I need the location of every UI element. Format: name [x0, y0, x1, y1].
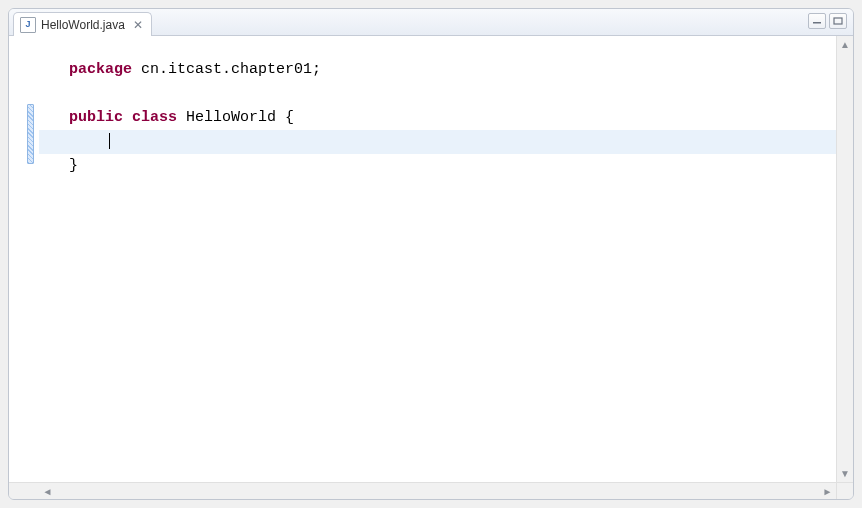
tab-filename: HelloWorld.java: [41, 18, 125, 32]
editor-tab[interactable]: J HelloWorld.java ✕: [13, 12, 152, 36]
code-area[interactable]: package cn.itcast.chapter01; public clas…: [39, 36, 836, 482]
change-marker: [27, 104, 34, 164]
code-line: package cn.itcast.chapter01;: [39, 58, 836, 82]
scroll-down-arrow-icon[interactable]: ▼: [837, 465, 853, 482]
minimize-view-button[interactable]: [808, 13, 826, 29]
vertical-scrollbar[interactable]: ▲ ▼: [836, 36, 853, 482]
keyword-public: public: [69, 109, 123, 126]
scroll-left-arrow-icon[interactable]: ◄: [39, 483, 56, 500]
package-name: cn.itcast.chapter01;: [132, 61, 321, 78]
class-name: HelloWorld: [186, 109, 276, 126]
scroll-right-arrow-icon[interactable]: ►: [819, 483, 836, 500]
scrollbar-spacer: [9, 483, 39, 499]
brace-close: }: [69, 157, 78, 174]
brace-open: {: [276, 109, 294, 126]
keyword-class: class: [132, 109, 177, 126]
horizontal-scrollbar[interactable]: ◄ ►: [9, 482, 836, 499]
editor-body: package cn.itcast.chapter01; public clas…: [9, 36, 853, 482]
code-line-blank: [39, 82, 836, 106]
close-tab-icon[interactable]: ✕: [130, 19, 143, 31]
scrollbar-corner: [836, 482, 853, 499]
java-file-icon: J: [20, 17, 36, 33]
svg-rect-1: [834, 18, 842, 24]
code-line: }: [39, 154, 836, 178]
keyword-package: package: [69, 61, 132, 78]
bottom-scrollbar-row: ◄ ►: [9, 482, 853, 499]
marker-gutter[interactable]: [9, 36, 39, 482]
editor-panel: J HelloWorld.java ✕ package cn.itcast.ch…: [8, 8, 854, 500]
window-controls: [808, 13, 847, 29]
scroll-up-arrow-icon[interactable]: ▲: [837, 36, 853, 53]
maximize-view-button[interactable]: [829, 13, 847, 29]
tab-bar: J HelloWorld.java ✕: [9, 9, 853, 36]
svg-rect-0: [813, 22, 821, 24]
code-line: public class HelloWorld {: [39, 106, 836, 130]
current-line: [39, 130, 836, 154]
caret: [109, 133, 110, 149]
